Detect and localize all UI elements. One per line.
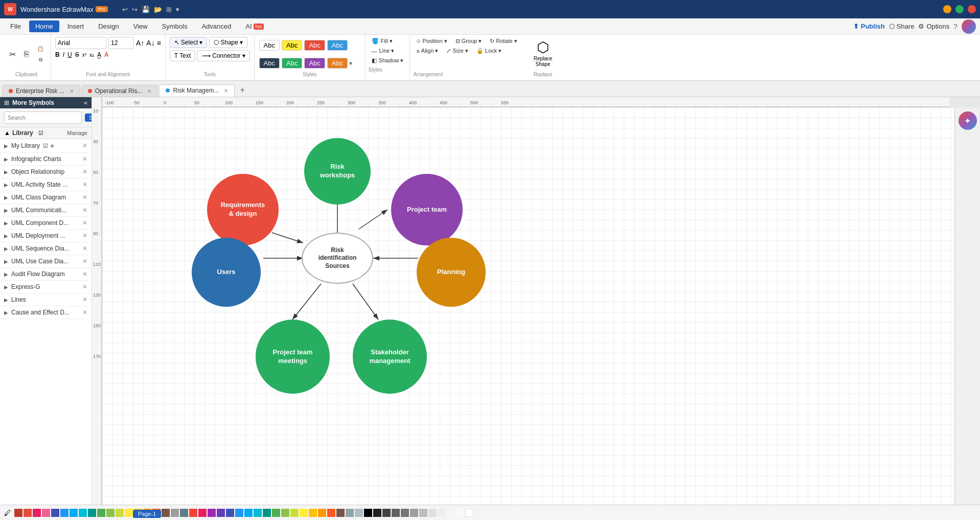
- clone-btn[interactable]: ⧉: [34, 55, 47, 65]
- uml-seq-close[interactable]: ✕: [82, 245, 87, 252]
- abc-btn-1[interactable]: Abc: [259, 40, 280, 51]
- decrease-font-btn[interactable]: A↓: [146, 39, 154, 47]
- color-swatch-36[interactable]: [336, 509, 345, 517]
- color-swatch-27[interactable]: [254, 509, 262, 517]
- node-center[interactable]: RiskidentificationSources: [302, 233, 373, 284]
- color-swatch-2[interactable]: [24, 509, 32, 517]
- font-name-input[interactable]: [55, 37, 106, 49]
- color-swatch-13[interactable]: [125, 509, 133, 517]
- abc-btn-7[interactable]: Abc: [304, 58, 325, 69]
- tab-close-enterprise[interactable]: ✕: [70, 88, 74, 94]
- color-swatch-26[interactable]: [244, 509, 253, 517]
- redo-btn[interactable]: ↪: [132, 6, 138, 13]
- abc-btn-3[interactable]: Abc: [304, 40, 325, 51]
- copy-btn[interactable]: ⎘: [21, 48, 32, 61]
- color-swatch-44[interactable]: [410, 509, 418, 517]
- my-library-add-icon[interactable]: +: [50, 142, 54, 150]
- color-picker-icon[interactable]: 🖊: [4, 509, 11, 517]
- text-btn[interactable]: T Text: [170, 50, 195, 61]
- lines-close[interactable]: ✕: [82, 296, 87, 303]
- node-risk-workshops[interactable]: Riskworkshops: [304, 138, 371, 205]
- bold-btn[interactable]: B: [55, 51, 60, 58]
- my-library-settings-icon[interactable]: ☑: [43, 143, 48, 149]
- replace-shape-btn[interactable]: ⬡ ReplaceShape: [530, 37, 557, 69]
- color-swatch-22[interactable]: [208, 509, 216, 517]
- color-swatch-8[interactable]: [79, 509, 87, 517]
- options-btn[interactable]: ⚙ Options: [918, 22, 949, 30]
- my-library-item[interactable]: ▶ My Library ☑ + ✕: [0, 139, 92, 153]
- ai-assistant-btn[interactable]: ✦: [959, 111, 977, 130]
- color-swatch-20[interactable]: [189, 509, 197, 517]
- uml-uc-close[interactable]: ✕: [82, 258, 87, 265]
- align-btn[interactable]: ≡ Align ▾: [413, 47, 441, 55]
- group-btn[interactable]: ⊟ Group ▾: [452, 37, 485, 46]
- color-swatch-41[interactable]: [382, 509, 391, 517]
- cause-close[interactable]: ✕: [82, 309, 87, 316]
- font-color-btn[interactable]: A: [104, 51, 109, 58]
- superscript-btn[interactable]: x²: [82, 52, 86, 58]
- minimize-btn[interactable]: [943, 5, 951, 13]
- color-swatch-28[interactable]: [263, 509, 271, 517]
- manage-btn[interactable]: Manage: [67, 130, 87, 136]
- audit-flow-item[interactable]: ▶ Audit Flow Diagram ✕: [0, 268, 92, 281]
- color-swatch-50[interactable]: [465, 509, 473, 517]
- object-rel-close[interactable]: ✕: [82, 168, 87, 175]
- abc-btn-6[interactable]: Abc: [282, 58, 302, 69]
- shape-btn[interactable]: ⬡ Shape ▾: [209, 37, 247, 48]
- cause-effect-item[interactable]: ▶ Cause and Effect D... ✕: [0, 306, 92, 319]
- color-swatch-40[interactable]: [373, 509, 381, 517]
- position-btn[interactable]: ⊹ Position ▾: [413, 37, 450, 46]
- color-swatch-5[interactable]: [51, 509, 59, 517]
- tab-operational[interactable]: Operational Ris... ✕: [81, 85, 158, 97]
- paste-btn[interactable]: 📋: [34, 44, 47, 54]
- select-btn[interactable]: ↖ Select ▾: [170, 37, 207, 48]
- color-swatch-30[interactable]: [281, 509, 289, 517]
- strikethrough-btn[interactable]: S: [75, 51, 79, 58]
- uml-comm-item[interactable]: ▶ UML Communicati... ✕: [0, 204, 92, 217]
- color-swatch-23[interactable]: [217, 509, 225, 517]
- express-g-item[interactable]: ▶ Express-G ✕: [0, 281, 92, 293]
- uml-component-item[interactable]: ▶ UML Component D... ✕: [0, 217, 92, 230]
- uml-class-close[interactable]: ✕: [82, 194, 87, 201]
- share-btn[interactable]: ⬡ Share: [889, 22, 915, 30]
- menu-ai[interactable]: AI hot: [239, 20, 270, 32]
- uml-activity-item[interactable]: ▶ UML Activity State ... ✕: [0, 178, 92, 191]
- align-btn[interactable]: ≡: [157, 39, 161, 47]
- color-swatch-12[interactable]: [116, 509, 124, 517]
- undo-btn[interactable]: ↩: [122, 6, 128, 13]
- node-planning[interactable]: Planning: [417, 238, 486, 307]
- menu-file[interactable]: File: [4, 20, 27, 32]
- color-swatch-3[interactable]: [33, 509, 41, 517]
- color-swatch-46[interactable]: [428, 509, 437, 517]
- tab-close-operational[interactable]: ✕: [147, 88, 151, 94]
- shadow-btn[interactable]: ◧ Shadow ▾: [369, 56, 407, 65]
- object-relationship-item[interactable]: ▶ Object Relationship ✕: [0, 166, 92, 178]
- menu-advanced[interactable]: Advanced: [195, 20, 237, 32]
- uml-usecase-item[interactable]: ▶ UML Use Case Dia... ✕: [0, 255, 92, 268]
- save-btn[interactable]: 💾: [142, 6, 150, 13]
- publish-btn[interactable]: ⬆ Publish: [853, 22, 885, 30]
- help-btn[interactable]: ?: [953, 22, 958, 31]
- color-swatch-48[interactable]: [447, 509, 455, 517]
- color-swatch-6[interactable]: [60, 509, 69, 517]
- cut-btn[interactable]: ✂: [6, 48, 19, 61]
- user-avatar[interactable]: [962, 19, 976, 34]
- color-swatch-7[interactable]: [70, 509, 78, 517]
- node-users[interactable]: Users: [192, 238, 261, 307]
- font-size-input[interactable]: [108, 37, 134, 49]
- uml-sequence-item[interactable]: ▶ UML Sequence Dia... ✕: [0, 242, 92, 255]
- fill-btn[interactable]: 🪣 Fill ▾: [369, 37, 407, 46]
- menu-home[interactable]: Home: [29, 20, 59, 32]
- infographic-close[interactable]: ✕: [82, 155, 87, 163]
- tab-close-risk[interactable]: ✕: [224, 88, 228, 94]
- abc-btn-8[interactable]: Abc: [327, 58, 348, 69]
- color-swatch-38[interactable]: [355, 509, 363, 517]
- italic-btn[interactable]: I: [63, 51, 64, 58]
- uml-activity-close[interactable]: ✕: [82, 181, 87, 188]
- abc-btn-5[interactable]: Abc: [259, 58, 280, 69]
- color-swatch-34[interactable]: [318, 509, 326, 517]
- color-swatch-42[interactable]: [392, 509, 400, 517]
- sidebar-collapse-btn[interactable]: «: [84, 99, 87, 106]
- color-swatch-49[interactable]: [456, 509, 464, 517]
- color-swatch-9[interactable]: [88, 509, 96, 517]
